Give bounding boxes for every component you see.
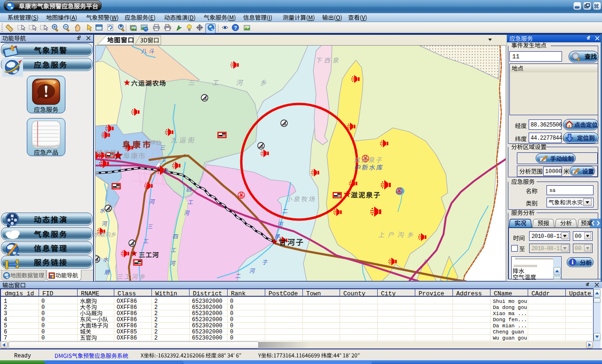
svg-text:?: ? [234, 25, 237, 31]
